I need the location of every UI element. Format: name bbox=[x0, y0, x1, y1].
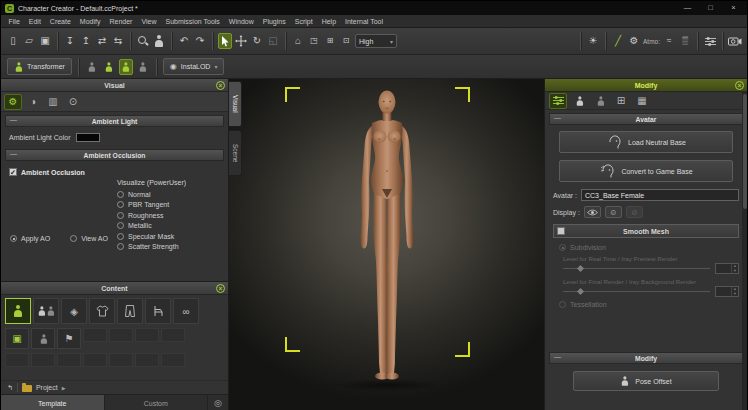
radio-selected-icon[interactable] bbox=[10, 235, 17, 242]
sphere-preview-icon[interactable]: ◑ bbox=[24, 94, 42, 110]
minimize-button[interactable]: — bbox=[678, 1, 697, 15]
visual-panel-header[interactable]: Visual × bbox=[1, 79, 228, 92]
scale-tool-icon[interactable]: ◱ bbox=[266, 33, 280, 49]
pose-c-icon[interactable] bbox=[119, 59, 133, 75]
menu-help[interactable]: Help bbox=[317, 18, 340, 25]
frame-selected-icon[interactable]: ⊡ bbox=[339, 33, 353, 49]
ambient-light-section-header[interactable]: — Ambient Light bbox=[5, 115, 224, 127]
category-scene[interactable]: ⚑ bbox=[57, 328, 81, 349]
tab-template[interactable]: Template bbox=[1, 395, 105, 410]
radio-icon[interactable] bbox=[117, 233, 124, 240]
pose-a-icon[interactable] bbox=[85, 59, 99, 75]
category-character-pair[interactable] bbox=[33, 298, 59, 324]
settings-gear-icon[interactable]: ⚙ bbox=[627, 33, 641, 49]
menu-window[interactable]: Window bbox=[224, 18, 258, 25]
avatar-name-field[interactable]: CC3_Base Female bbox=[581, 189, 739, 201]
menu-plugins[interactable]: Plugins bbox=[258, 18, 290, 25]
convert-to-game-base-button[interactable]: Convert to Game Base bbox=[559, 160, 733, 182]
pose-d-icon[interactable] bbox=[136, 59, 150, 75]
spin-down-icon[interactable]: ▾ bbox=[732, 269, 738, 274]
display-mask-button[interactable]: ☺ bbox=[605, 206, 622, 218]
character-model-female[interactable] bbox=[327, 89, 447, 389]
lens-icon[interactable]: ⊙ bbox=[64, 94, 82, 110]
transfer-icon[interactable]: ⇆ bbox=[111, 33, 125, 49]
menu-edit[interactable]: Edit bbox=[24, 18, 45, 25]
instalod-button[interactable]: ◉ InstaLOD ▾ bbox=[163, 58, 225, 75]
atmosphere-fog-icon[interactable]: ≈ bbox=[662, 33, 676, 49]
category-morph[interactable]: ◈ bbox=[61, 298, 87, 324]
collapse-icon[interactable]: — bbox=[554, 353, 561, 360]
display-settings-icon[interactable]: ⚙ bbox=[4, 94, 22, 110]
visualize-option-scatter-strength[interactable]: Scatter Strength bbox=[117, 242, 186, 253]
close-icon[interactable]: × bbox=[216, 81, 225, 90]
collapse-icon[interactable]: — bbox=[10, 150, 17, 157]
menu-create[interactable]: Create bbox=[45, 18, 75, 25]
select-tool-icon[interactable] bbox=[218, 33, 232, 49]
collapse-icon[interactable]: — bbox=[554, 114, 561, 121]
level-realtime-slider[interactable] bbox=[563, 264, 710, 273]
attribute-sliders-icon[interactable] bbox=[549, 93, 567, 109]
menu-script[interactable]: Script bbox=[290, 18, 317, 25]
breadcrumb-project[interactable]: Project bbox=[36, 384, 58, 391]
radio-icon[interactable] bbox=[117, 222, 124, 229]
view-ao-option[interactable]: View AO bbox=[70, 235, 108, 242]
background-icon[interactable]: ▥ bbox=[44, 94, 62, 110]
spin-down-icon[interactable]: ▾ bbox=[732, 292, 738, 297]
level-final-spinbox[interactable]: ▴▾ bbox=[715, 286, 739, 297]
motion-icon[interactable] bbox=[591, 93, 609, 109]
preference-sliders-icon[interactable] bbox=[703, 33, 717, 49]
ambient-occlusion-section-header[interactable]: — Ambient Occlusion bbox=[5, 149, 224, 161]
move-tool-icon[interactable] bbox=[234, 33, 248, 49]
radio-icon[interactable] bbox=[117, 191, 124, 198]
scrollbar-thumb[interactable] bbox=[743, 94, 747, 209]
new-project-icon[interactable]: ▯ bbox=[6, 33, 20, 49]
visualize-option-metallic[interactable]: Metallic bbox=[117, 221, 186, 232]
level-final-slider[interactable] bbox=[563, 287, 710, 296]
radio-icon[interactable] bbox=[117, 243, 124, 250]
category-prop-person[interactable] bbox=[31, 328, 55, 349]
load-neutral-base-button[interactable]: Load Neutral Base bbox=[559, 131, 733, 153]
category-accessory[interactable]: ∞ bbox=[173, 298, 199, 324]
modify-section-header[interactable]: — Modify bbox=[549, 352, 743, 364]
visualize-option-pbr-tangent[interactable]: PBR Tangent bbox=[117, 200, 186, 211]
orbit-view-icon[interactable]: ◳ bbox=[307, 33, 321, 49]
atmosphere-haze-icon[interactable]: ▒ bbox=[678, 33, 692, 49]
close-icon[interactable]: × bbox=[735, 81, 744, 90]
display-eye-button[interactable] bbox=[584, 206, 601, 218]
menu-modify[interactable]: Modify bbox=[75, 18, 105, 25]
category-furniture[interactable] bbox=[145, 298, 171, 324]
visualize-option-roughness[interactable]: Roughness bbox=[117, 210, 186, 221]
mesh-icon[interactable]: ⊞ bbox=[612, 93, 630, 109]
ambient-occlusion-checkbox-row[interactable]: ✓ Ambient Occlusion bbox=[9, 168, 85, 176]
modify-scrollbar[interactable] bbox=[742, 92, 747, 410]
close-icon[interactable]: × bbox=[216, 284, 225, 293]
breadcrumb-arrow-icon[interactable]: ▶ bbox=[62, 385, 66, 391]
display-link-button[interactable]: ⊘ bbox=[626, 206, 643, 218]
render-quality-dropdown[interactable]: High ▾ bbox=[355, 34, 397, 48]
spin-arrows[interactable]: ▴▾ bbox=[731, 287, 738, 296]
category-cloth-bottom[interactable] bbox=[117, 298, 143, 324]
character-edit-icon[interactable] bbox=[570, 93, 588, 109]
pose-b-icon[interactable] bbox=[102, 59, 116, 75]
visualize-option-specular-mask[interactable]: Specular Mask bbox=[117, 231, 186, 242]
frame-all-icon[interactable]: ⊞ bbox=[323, 33, 337, 49]
visualize-option-normal[interactable]: Normal bbox=[117, 189, 186, 200]
back-icon[interactable]: ↰ bbox=[7, 384, 13, 392]
level-realtime-spinbox[interactable]: ▴▾ bbox=[715, 263, 739, 274]
save-project-icon[interactable]: ▣ bbox=[38, 33, 52, 49]
checkbox-unchecked-icon[interactable] bbox=[557, 227, 565, 235]
menu-view[interactable]: View bbox=[137, 18, 161, 25]
search-content-icon[interactable] bbox=[136, 33, 150, 49]
lighting-icon[interactable]: ☀ bbox=[586, 33, 600, 49]
menu-file[interactable]: File bbox=[4, 18, 24, 25]
spin-arrows[interactable]: ▴▾ bbox=[731, 264, 738, 273]
open-project-icon[interactable]: ▱ bbox=[22, 33, 36, 49]
menu-render[interactable]: Render bbox=[105, 18, 137, 25]
menu-internal-tool[interactable]: Internal Tool bbox=[341, 18, 388, 25]
tab-custom[interactable]: Custom bbox=[105, 395, 209, 410]
radio-icon[interactable] bbox=[117, 201, 124, 208]
sync-icon[interactable]: ⇄ bbox=[95, 33, 109, 49]
avatar-section-header[interactable]: — Avatar bbox=[549, 113, 743, 125]
category-cloth-top[interactable] bbox=[89, 298, 115, 324]
radio-icon[interactable] bbox=[117, 212, 124, 219]
